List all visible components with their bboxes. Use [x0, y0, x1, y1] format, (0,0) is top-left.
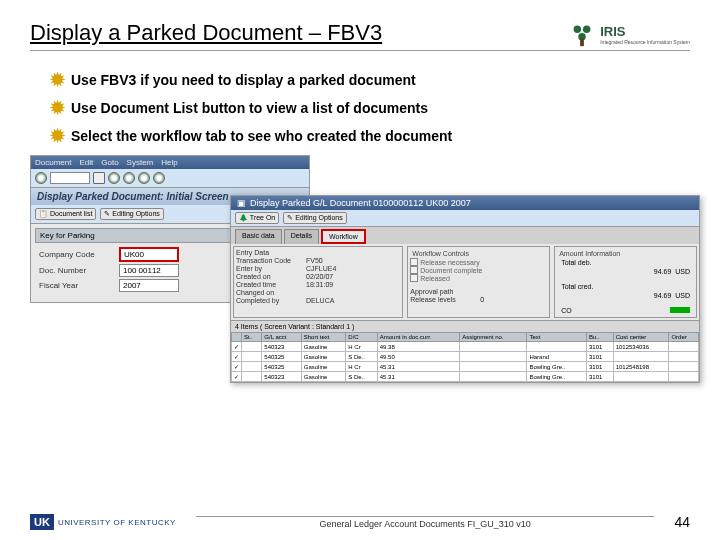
footer-text: General Ledger Account Documents FI_GU_3…	[196, 516, 655, 529]
editing-options-button[interactable]: ✎ Editing Options	[100, 208, 163, 220]
doc-number-input[interactable]: 100 00112	[119, 264, 179, 277]
doc-number-label: Doc. Number	[39, 266, 119, 275]
page-title: Display a Parked Document – FBV3	[30, 20, 382, 46]
tool-icon[interactable]	[123, 172, 135, 184]
checkbox[interactable]	[410, 274, 418, 282]
table-row[interactable]: ✓540323GasolineH Cr49.3831011012534036	[232, 342, 699, 352]
tab-workflow[interactable]: Workflow	[321, 229, 366, 244]
menubar[interactable]: DocumentEditGotoSystemHelp	[31, 156, 309, 169]
amount-panel: Amount Information Total deb. 94.69 USD …	[554, 246, 697, 318]
tool-icon[interactable]	[138, 172, 150, 184]
toolbar-primary[interactable]	[31, 169, 309, 188]
window-title: ▣ Display Parked G/L Document 0100000112…	[231, 196, 699, 210]
star-icon: ✹	[50, 125, 65, 147]
svg-point-1	[583, 26, 590, 33]
company-code-input[interactable]: UK00	[119, 247, 179, 262]
tab-strip[interactable]: Basic data Details Workflow	[231, 227, 699, 244]
checkbox[interactable]	[410, 258, 418, 266]
table-row[interactable]: ✓540323GasolineS De..45.31Bowling Gre..3…	[232, 372, 699, 382]
toolbar[interactable]: 🌲 Tree On ✎ Editing Options	[231, 210, 699, 227]
star-icon: ✹	[50, 97, 65, 119]
tool-icon[interactable]	[93, 172, 105, 184]
svg-point-0	[574, 26, 581, 33]
workflow-panel: Workflow Controls Release necessary Docu…	[407, 246, 550, 318]
bullet-list: ✹Use FBV3 if you need to display a parke…	[30, 69, 690, 147]
tool-icon[interactable]	[108, 172, 120, 184]
editing-options-button[interactable]: ✎ Editing Options	[283, 212, 346, 224]
star-icon: ✹	[50, 69, 65, 91]
fiscal-year-input[interactable]: 2007	[119, 279, 179, 292]
tab-basic-data[interactable]: Basic data	[235, 229, 282, 244]
iris-logo: IRIS Integrated Resource Information Sys…	[568, 20, 690, 48]
tool-icon[interactable]	[153, 172, 165, 184]
document-list-button[interactable]: 📋 Document list	[35, 208, 96, 220]
checkbox[interactable]	[410, 266, 418, 274]
table-row[interactable]: ✓540325GasolineS De..49.50Harand3101	[232, 352, 699, 362]
table-row[interactable]: ✓540325GasolineH Cr45.31Bowling Gre..310…	[232, 362, 699, 372]
table-caption: 4 Items ( Screen Variant : Standard 1 )	[231, 320, 699, 332]
tree-on-button[interactable]: 🌲 Tree On	[235, 212, 279, 224]
tab-details[interactable]: Details	[284, 229, 319, 244]
uk-logo: UK UNIVERSITY OF KENTUCKY	[30, 514, 176, 530]
fiscal-year-label: Fiscal Year	[39, 281, 119, 290]
line-items-table[interactable]: St..G/L acctShort textD/CAmount in doc.c…	[231, 332, 699, 382]
page-number: 44	[674, 514, 690, 530]
sap-document-screen: ▣ Display Parked G/L Document 0100000112…	[230, 195, 700, 383]
entry-panel: Entry Data Transaction CodeFV50 Enter by…	[233, 246, 403, 318]
doc-icon: ▣	[237, 198, 246, 208]
svg-rect-3	[580, 39, 584, 46]
company-code-label: Company Code	[39, 250, 119, 259]
ok-icon[interactable]	[35, 172, 47, 184]
